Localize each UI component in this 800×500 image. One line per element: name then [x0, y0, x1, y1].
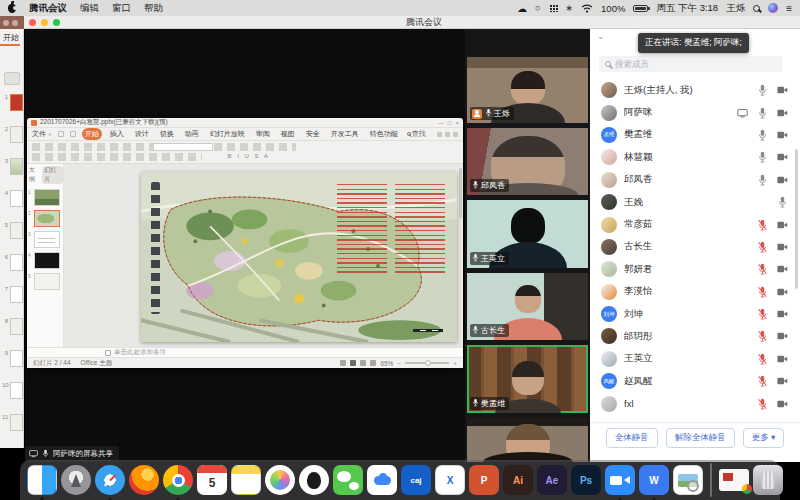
minimize-window-button[interactable]	[41, 19, 48, 26]
camera-icon[interactable]	[772, 375, 792, 387]
notes-bar[interactable]: 单击此处添加备注	[27, 347, 463, 357]
background-ribbon-tab[interactable]: 开始	[0, 29, 20, 46]
participant-row-邱凤香[interactable]: 邱凤香	[590, 169, 796, 191]
background-slide-7[interactable]: 7	[0, 283, 23, 315]
tab-slides[interactable]: 幻灯片	[42, 166, 63, 184]
camera-icon[interactable]	[772, 353, 792, 365]
participant-row-fxl[interactable]: fxl	[590, 392, 796, 414]
dock-icon-caj-viewer[interactable]: caj	[401, 465, 431, 495]
mic-icon[interactable]	[752, 174, 772, 186]
inactive-traffic-light[interactable]	[3, 20, 9, 26]
thumb-image[interactable]	[34, 231, 60, 248]
mic-muted-icon[interactable]	[752, 398, 772, 410]
background-slide-10[interactable]: 10	[0, 379, 23, 411]
participant-row-王英立[interactable]: 王英立	[590, 348, 796, 370]
format-buttons[interactable]: B I U S A	[228, 153, 270, 159]
collapse-ribbon-icon[interactable]	[453, 132, 458, 137]
thumb-image[interactable]	[34, 252, 60, 269]
thumb-image[interactable]	[34, 210, 60, 227]
background-slide-3[interactable]: 3	[0, 155, 23, 187]
ribbon-tab-10[interactable]: 开发工具	[328, 128, 362, 140]
dock-icon-finder[interactable]	[27, 465, 57, 495]
video-tile-邱凤香[interactable]: 邱凤香	[467, 128, 588, 195]
dock-icon-safari[interactable]	[95, 465, 125, 495]
slide-thumbnail[interactable]	[10, 126, 23, 143]
menu-clock[interactable]: 周五 下午 3:18	[656, 2, 718, 15]
background-slide-4[interactable]: 4	[0, 187, 23, 219]
camera-icon[interactable]	[772, 308, 792, 320]
input-source-icon[interactable]	[549, 4, 558, 12]
background-slide-9[interactable]: 9	[0, 347, 23, 379]
video-tile-古长生[interactable]: 古长生	[467, 273, 588, 340]
camera-icon[interactable]	[772, 129, 792, 141]
camera-icon[interactable]	[772, 398, 792, 410]
thumb-image[interactable]	[34, 189, 60, 206]
mic-muted-icon[interactable]	[752, 286, 772, 298]
more-button[interactable]: 更多 ▾	[743, 428, 785, 448]
mic-icon[interactable]	[772, 196, 792, 208]
camera-icon[interactable]	[772, 151, 792, 163]
menu-item-4[interactable]: 帮助	[144, 2, 163, 15]
background-slide-11[interactable]: 11	[0, 411, 23, 443]
background-slide-1[interactable]: 1	[0, 91, 23, 123]
mic-muted-icon[interactable]	[752, 219, 772, 231]
slide-thumbnail[interactable]	[10, 414, 23, 431]
redo-icon[interactable]	[70, 131, 76, 137]
mic-muted-icon[interactable]	[752, 375, 772, 387]
meeting-window-titlebar[interactable]: 腾讯会议	[24, 16, 800, 29]
collapse-panel-chevron-icon[interactable]: ⌄	[597, 31, 605, 41]
minimize-icon[interactable]: —	[438, 120, 444, 126]
dock-icon-illustrator[interactable]: Ai	[503, 465, 533, 495]
mic-muted-icon[interactable]	[752, 263, 772, 275]
camera-icon[interactable]	[772, 107, 792, 119]
participant-row-王烁(主持人, 我)[interactable]: 王烁(主持人, 我)	[590, 79, 796, 101]
share-tool-icon[interactable]	[437, 132, 442, 137]
dock-icon-trash[interactable]	[753, 465, 783, 495]
wifi-icon[interactable]	[581, 4, 593, 13]
file-menu[interactable]: 文件∨	[32, 129, 52, 139]
cloud-icon[interactable]: ☁	[517, 3, 527, 14]
video-tile-王英立[interactable]: 王英立	[467, 200, 588, 268]
participant-row-王娩[interactable]: 王娩	[590, 191, 796, 213]
zoom-slider-knob[interactable]	[425, 360, 431, 366]
shared-slide-thumbnail-4[interactable]: 4	[27, 250, 63, 271]
ribbon-tab-1[interactable]: 开始	[82, 128, 102, 140]
undo-icon[interactable]	[58, 131, 64, 137]
participant-row-刘坤[interactable]: 刘坤刘坤	[590, 303, 796, 325]
slide-thumbnail[interactable]	[10, 286, 23, 303]
dock-icon-photoshop[interactable]: Ps	[571, 465, 601, 495]
mute-all-button[interactable]: 全体静音	[606, 428, 658, 448]
slide-thumbnail[interactable]	[10, 158, 23, 175]
ribbon-tab-6[interactable]: 幻灯片放映	[207, 128, 248, 140]
slide-thumbnail[interactable]	[10, 382, 23, 399]
slide-thumbnail[interactable]	[10, 222, 23, 239]
participant-row-常彦茹[interactable]: 常彦茹	[590, 213, 796, 235]
shared-slide-thumbnail-3[interactable]: 3	[27, 229, 63, 250]
slide-thumbnail[interactable]	[10, 190, 23, 207]
background-slide-5[interactable]: 5	[0, 219, 23, 251]
participant-row-郭妍君[interactable]: 郭妍君	[590, 258, 796, 280]
dock-icon-wps[interactable]: W	[639, 465, 669, 495]
zoom-in-button[interactable]: +	[453, 360, 457, 367]
slide-thumbnail[interactable]	[10, 318, 23, 335]
ribbon-tab-11[interactable]: 特色功能	[367, 128, 401, 140]
camera-icon[interactable]	[772, 241, 792, 253]
camera-icon[interactable]	[772, 219, 792, 231]
restore-icon[interactable]: □	[448, 120, 452, 126]
ribbon-tab-3[interactable]: 设计	[132, 128, 152, 140]
mic-icon[interactable]	[752, 107, 772, 119]
camera-icon[interactable]	[772, 84, 792, 96]
background-slide-8[interactable]: 8	[0, 315, 23, 347]
mic-muted-icon[interactable]	[752, 330, 772, 342]
dock-icon-tencent-meeting[interactable]	[605, 465, 635, 495]
record-icon[interactable]: ○	[535, 3, 540, 13]
ribbon-tab-4[interactable]: 切换	[157, 128, 177, 140]
participant-row-赵凤醒[interactable]: 凤醒赵凤醒	[590, 370, 796, 392]
video-tile-樊孟维[interactable]: 樊孟维	[467, 345, 588, 413]
participant-row-古长生[interactable]: 古长生	[590, 236, 796, 258]
dock-icon-preview[interactable]	[673, 465, 703, 495]
ribbon-tab-2[interactable]: 插入	[107, 128, 127, 140]
background-presentation-editor[interactable]: 开始 1234567891011	[0, 29, 24, 448]
dock-icon-wechat[interactable]	[333, 465, 363, 495]
apple-menu-icon[interactable]	[8, 4, 16, 13]
